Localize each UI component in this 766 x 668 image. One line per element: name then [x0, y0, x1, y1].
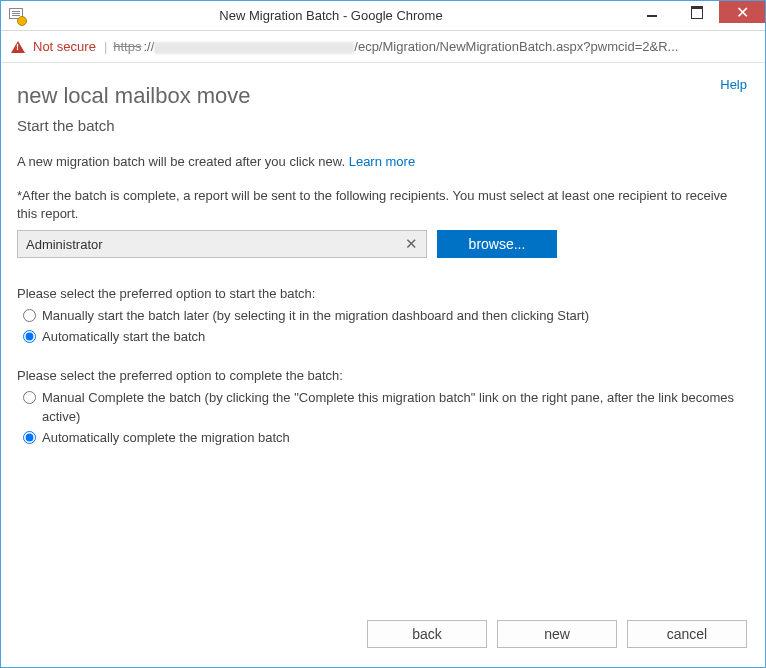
start-manual-option[interactable]: Manually start the batch later (by selec… — [23, 307, 749, 325]
recipient-input[interactable]: Administrator ✕ — [17, 230, 427, 258]
recipient-row: Administrator ✕ browse... — [17, 230, 749, 258]
address-bar: Not secure | https://hidden/ecp/Migratio… — [1, 31, 765, 63]
warning-icon — [11, 41, 25, 53]
start-radio-group: Manually start the batch later (by selec… — [17, 307, 749, 346]
window-titlebar: New Migration Batch - Google Chrome ✕ — [1, 1, 765, 31]
not-secure-label: Not secure — [33, 39, 96, 54]
page-subtitle: Start the batch — [17, 117, 749, 134]
close-button[interactable]: ✕ — [719, 1, 765, 23]
new-button[interactable]: new — [497, 620, 617, 648]
content-area: Help new local mailbox move Start the ba… — [1, 63, 765, 615]
url-display[interactable]: https://hidden/ecp/Migration/NewMigratio… — [113, 39, 678, 54]
app-icon — [7, 6, 27, 26]
cancel-button[interactable]: cancel — [627, 620, 747, 648]
help-link[interactable]: Help — [720, 77, 747, 92]
clear-recipient-icon[interactable]: ✕ — [401, 235, 422, 253]
start-auto-radio[interactable] — [23, 330, 36, 343]
window-controls: ✕ — [629, 1, 765, 30]
footer-buttons: back new cancel — [1, 615, 765, 667]
maximize-button[interactable] — [674, 1, 719, 23]
page-title: new local mailbox move — [17, 83, 749, 109]
complete-manual-option[interactable]: Manual Complete the batch (by clicking t… — [23, 389, 749, 425]
complete-section-label: Please select the preferred option to co… — [17, 368, 749, 383]
complete-manual-radio[interactable] — [23, 391, 36, 404]
complete-auto-radio[interactable] — [23, 431, 36, 444]
start-auto-option[interactable]: Automatically start the batch — [23, 328, 749, 346]
back-button[interactable]: back — [367, 620, 487, 648]
intro-text: A new migration batch will be created af… — [17, 154, 749, 169]
window-title: New Migration Batch - Google Chrome — [33, 8, 629, 23]
recipient-value: Administrator — [26, 237, 401, 252]
complete-auto-option[interactable]: Automatically complete the migration bat… — [23, 429, 749, 447]
start-section-label: Please select the preferred option to st… — [17, 286, 749, 301]
start-manual-radio[interactable] — [23, 309, 36, 322]
browse-button[interactable]: browse... — [437, 230, 557, 258]
minimize-button[interactable] — [629, 1, 674, 23]
learn-more-link[interactable]: Learn more — [349, 154, 415, 169]
recipient-label: *After the batch is complete, a report w… — [17, 187, 749, 222]
complete-radio-group: Manual Complete the batch (by clicking t… — [17, 389, 749, 447]
addr-divider: | — [104, 39, 107, 54]
